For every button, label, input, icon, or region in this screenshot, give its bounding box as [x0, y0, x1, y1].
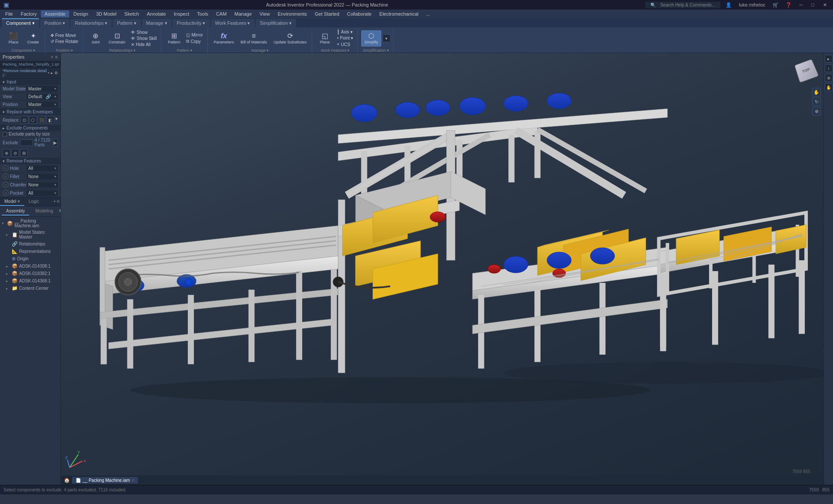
chamfer-value[interactable]: None ▾	[27, 182, 58, 188]
search-box[interactable]: 🔍 Search Help & Commands...	[645, 2, 721, 8]
place-button[interactable]: ⬛ Place	[4, 31, 23, 46]
menu-environments[interactable]: Environments	[274, 10, 310, 17]
exclude-btn-2[interactable]: ⊘	[11, 149, 19, 157]
exclude-btn-3[interactable]: ⊞	[20, 149, 28, 157]
pattern-button[interactable]: ⊞ Pattern	[165, 31, 183, 46]
model-tab-logic[interactable]: Logic	[24, 198, 43, 206]
close-btn[interactable]: ✕	[820, 2, 830, 8]
tree-item-model-states[interactable]: ▸ 📋 Model States: Master	[0, 229, 60, 240]
replace-icon-1[interactable]: ⊡	[20, 116, 28, 124]
ribbon-tab-relationships[interactable]: Relationships ▾	[70, 19, 112, 27]
menu-collaborate[interactable]: Collaborate	[343, 10, 375, 17]
input-section-header[interactable]: ▾ Input	[0, 79, 60, 85]
point-button[interactable]: • Point ▾	[335, 35, 355, 41]
ribbon-tab-manage[interactable]: Manage ▾	[142, 19, 172, 27]
menu-cam[interactable]: CAM	[213, 10, 230, 17]
modeling-tab[interactable]: Modeling	[31, 207, 57, 216]
menu-file[interactable]: File	[2, 10, 17, 17]
exclude-by-size-row[interactable]: Exclude parts by size	[0, 131, 60, 137]
tree-item-representations[interactable]: 📐 Representations	[0, 248, 60, 255]
menu-electromechanical[interactable]: Electromechanical	[376, 10, 422, 17]
free-rotate-button[interactable]: ↺ Free Rotate	[49, 39, 80, 44]
tab-close-icon[interactable]: ×	[132, 478, 134, 483]
update-button[interactable]: ⟳ Update Substitutes	[271, 31, 309, 46]
show-all-button[interactable]: 👁 Show Skill	[129, 36, 158, 41]
tree-search-icon[interactable]: 🔍	[59, 209, 60, 215]
rule-arrow-icon[interactable]: ▸	[51, 71, 53, 75]
plane-button[interactable]: ◱ Plane	[316, 31, 334, 46]
simplify-dropdown[interactable]: ▾	[383, 34, 390, 42]
right-panel-btn-2[interactable]: ↕	[825, 64, 833, 72]
pocket-value[interactable]: All ▾	[27, 190, 58, 196]
viewport[interactable]: TOP ✋ ↻ ⊕ X Y Z 🏠 📄 __	[61, 53, 823, 485]
model-tab-model[interactable]: Model ×	[0, 198, 24, 206]
ribbon-tab-work-features[interactable]: Work Features ▾	[211, 19, 255, 27]
maximize-btn[interactable]: □	[809, 2, 817, 7]
nav-zoom-icon[interactable]: ⊕	[812, 107, 821, 116]
replace-icon-2[interactable]: ⬡	[29, 116, 37, 124]
exclude-section-header[interactable]: ▸ Exclude Components	[0, 125, 60, 131]
replace-section-header[interactable]: ▾ Replace with Envelopes	[0, 109, 60, 115]
right-panel-btn-3[interactable]: ⊕	[825, 74, 833, 82]
replace-dropdown-arrow[interactable]: ▾	[55, 116, 58, 124]
ribbon-tab-pattern[interactable]: Pattern ▾	[113, 19, 141, 27]
menu-tools[interactable]: Tools	[193, 10, 212, 17]
exclude-filter-icon[interactable]: ▶	[53, 139, 58, 146]
hole-value[interactable]: All ▾	[27, 166, 58, 171]
ucs-button[interactable]: ⌖ UCS	[335, 41, 355, 47]
view-value[interactable]: Default 🔗 ▾	[27, 94, 58, 99]
constrain-button[interactable]: ⊡ Constrain	[106, 31, 128, 46]
menu-manage[interactable]: Manage	[231, 10, 255, 17]
hide-all-button[interactable]: ✕ Hide All	[129, 42, 158, 47]
panel-menu-icon[interactable]: ≡	[55, 54, 58, 60]
tree-item-root[interactable]: ▾ 📦 __ Packing Machine.iam	[0, 218, 60, 229]
menu-more[interactable]: ...	[423, 10, 433, 17]
home-icon[interactable]: 🏠	[63, 476, 71, 484]
menu-sketch[interactable]: Sketch	[121, 10, 143, 17]
cart-icon[interactable]: 🛒	[771, 2, 780, 8]
create-button[interactable]: ✦ Create	[24, 31, 42, 46]
fillet-value[interactable]: None ▾	[27, 174, 58, 179]
tree-item-content-center[interactable]: ▸ 📁 Content Center	[0, 285, 60, 292]
menu-get-started[interactable]: Get Started	[311, 10, 343, 17]
viewcube-box[interactable]: TOP	[793, 61, 819, 87]
exclude-input[interactable]	[20, 139, 33, 146]
menu-view[interactable]: View	[256, 10, 273, 17]
ribbon-tab-position[interactable]: Position ▾	[40, 19, 70, 27]
replace-icon-4[interactable]: ◧	[47, 116, 54, 124]
menu-factory[interactable]: Factory	[17, 10, 40, 17]
bom-button[interactable]: ≡ Bill of Materials	[238, 31, 270, 46]
right-panel-btn-1[interactable]: ▸	[825, 55, 833, 63]
rule-gear-icon[interactable]: ⚙	[54, 71, 58, 75]
replace-icon-3[interactable]: ⬛	[38, 116, 46, 124]
menu-annotate[interactable]: Annotate	[143, 10, 170, 17]
tree-item-origin[interactable]: ⊕ Origin	[0, 255, 60, 262]
viewcube-face-top[interactable]: TOP	[794, 59, 819, 83]
remove-features-header[interactable]: ▾ Remove Features	[0, 158, 60, 164]
tree-item-adsk-14368[interactable]: ▸ 📦 ADSK-014368:1	[0, 277, 60, 285]
viewport-tab-main[interactable]: 📄 __ Packing Machine.iam ×	[72, 477, 138, 484]
tree-item-relationships[interactable]: 🔗 Relationships	[0, 240, 60, 248]
nav-pan-icon[interactable]: ✋	[812, 88, 821, 96]
tab-menu-icon[interactable]: ≡	[57, 199, 60, 205]
exclude-btn-1[interactable]: ⊕	[3, 149, 10, 157]
axis-button[interactable]: ┃ Axis ▾	[335, 29, 355, 35]
ribbon-tab-productivity[interactable]: Productivity ▾	[173, 19, 210, 27]
menu-design[interactable]: Design	[70, 10, 92, 17]
menu-assemble[interactable]: Assemble	[41, 10, 69, 17]
tree-item-adsk-14308[interactable]: ▸ 📦 ADSK-014308:1	[0, 262, 60, 270]
exclude-by-size-checkbox[interactable]	[3, 132, 7, 136]
panel-pin-icon[interactable]: ×	[50, 54, 53, 60]
copy-button[interactable]: ⧉ Copy	[184, 38, 204, 44]
position-value[interactable]: Master ▾	[27, 102, 58, 107]
nav-orbit-icon[interactable]: ↻	[812, 97, 821, 106]
mirror-button[interactable]: ◫ Mirror	[184, 32, 204, 38]
ribbon-tab-component[interactable]: Component ▾	[2, 18, 39, 27]
free-move-button[interactable]: ✥ Free Move	[49, 33, 80, 38]
tree-item-adsk-18382[interactable]: ▸ 📦 ADSK-018382:1	[0, 270, 60, 277]
right-panel-btn-4[interactable]: ✋	[825, 83, 833, 91]
menu-3dmodel[interactable]: 3D Model	[93, 10, 120, 17]
model-state-value[interactable]: Master ▾	[27, 86, 58, 92]
minimize-btn[interactable]: ─	[797, 2, 806, 7]
show-button[interactable]: 👁 Show	[129, 30, 158, 35]
